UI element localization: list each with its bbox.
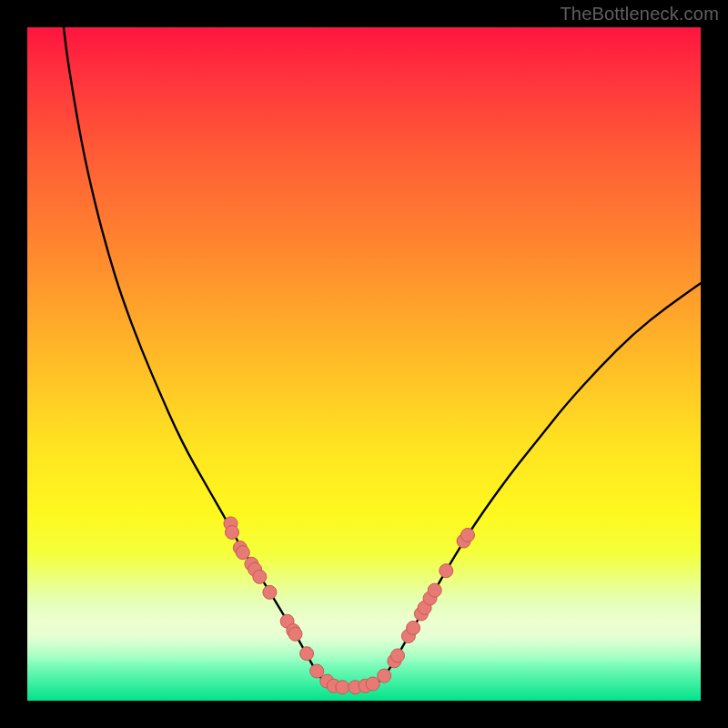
highlight-dot — [378, 669, 391, 682]
watermark-label: TheBottleneck.com — [560, 4, 719, 25]
highlight-dots-group — [224, 517, 474, 694]
highlight-dot — [407, 622, 420, 635]
highlight-dot — [253, 570, 267, 583]
highlight-dot — [225, 526, 238, 540]
highlight-dot — [288, 627, 302, 641]
highlight-dot — [428, 583, 441, 597]
highlight-dot — [366, 677, 379, 691]
highlight-dot — [236, 546, 249, 560]
highlight-dot — [263, 585, 277, 599]
chart-svg — [27, 27, 701, 701]
highlight-dot — [300, 647, 314, 661]
highlight-dot — [310, 664, 324, 678]
chart-frame: TheBottleneck.com — [0, 0, 728, 728]
highlight-dot — [336, 681, 349, 694]
highlight-dot — [460, 528, 474, 541]
highlight-dot — [391, 649, 405, 662]
bottleneck-curve — [64, 27, 701, 687]
highlight-dot — [440, 564, 453, 578]
